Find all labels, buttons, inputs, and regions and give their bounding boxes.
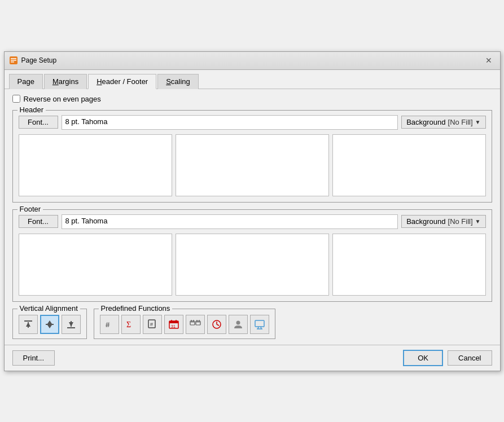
title-bar: Page Setup ✕ xyxy=(5,52,500,70)
svg-rect-18 xyxy=(169,321,178,323)
predef-buttons: # Σ # xyxy=(100,315,269,334)
footer-group-label: Footer xyxy=(17,205,43,213)
svg-rect-1 xyxy=(11,58,16,59)
tab-scaling[interactable]: Scaling xyxy=(157,74,199,89)
header-font-button[interactable]: Font... xyxy=(19,116,58,129)
sheet-number-button[interactable]: # xyxy=(143,315,162,334)
sheet-number-icon: # xyxy=(147,319,158,330)
svg-rect-3 xyxy=(11,61,14,63)
svg-point-33 xyxy=(236,320,240,324)
align-middle-icon xyxy=(44,319,55,330)
svg-rect-23 xyxy=(190,321,195,323)
reverse-checkbox[interactable] xyxy=(12,95,20,103)
align-top-button[interactable] xyxy=(19,315,38,334)
time-icon xyxy=(211,319,222,330)
header-bg-dropdown-icon: ▼ xyxy=(475,119,481,125)
header-left-area[interactable] xyxy=(19,134,172,196)
svg-line-32 xyxy=(217,324,219,326)
svg-rect-25 xyxy=(196,321,200,323)
author-icon xyxy=(233,319,244,330)
svg-rect-34 xyxy=(255,320,264,327)
predefined-functions-group: Predefined Functions # Σ xyxy=(94,309,275,339)
header-background-button[interactable]: Background [No Fill] ▼ xyxy=(401,116,485,129)
page-count-icon: Σ xyxy=(125,319,137,330)
footer-right-area[interactable] xyxy=(332,234,486,296)
dialog-title: Page Setup xyxy=(21,56,482,64)
footer-group: Footer Font... 8 pt. Tahoma Background [… xyxy=(12,209,492,302)
footer-font-display: 8 pt. Tahoma xyxy=(62,214,398,229)
app-icon xyxy=(9,56,18,65)
header-center-area[interactable] xyxy=(176,134,329,196)
svg-marker-8 xyxy=(47,320,52,324)
footer-bg-value: [No Fill] xyxy=(448,217,473,226)
bottom-section: Vertical Alignment xyxy=(12,309,492,339)
header-font-display: 8 pt. Tahoma xyxy=(62,115,398,130)
header-text-areas xyxy=(19,134,486,196)
date-icon: 31 xyxy=(168,319,179,330)
page-number-icon: # xyxy=(104,319,115,330)
predefined-functions-label: Predefined Functions xyxy=(99,304,173,313)
tab-content: Reverse on even pages Header Font... 8 p… xyxy=(5,89,500,345)
header-right-area[interactable] xyxy=(332,134,486,196)
print-button[interactable]: Print... xyxy=(12,350,55,366)
svg-text:Σ: Σ xyxy=(126,320,131,329)
footer-center-area[interactable] xyxy=(176,234,329,296)
date-range-icon xyxy=(190,319,201,330)
reverse-checkbox-row: Reverse on even pages xyxy=(12,95,492,103)
footer-font-button[interactable]: Font... xyxy=(19,215,58,228)
time-button[interactable] xyxy=(207,315,226,334)
header-group: Header Font... 8 pt. Tahoma Background [… xyxy=(12,110,492,203)
date-range-button[interactable] xyxy=(186,315,205,334)
header-bg-value: [No Fill] xyxy=(448,118,473,126)
svg-rect-6 xyxy=(28,322,29,328)
monitor-icon xyxy=(254,319,265,330)
footer-background-button[interactable]: Background [No Fill] ▼ xyxy=(401,215,485,228)
align-top-icon xyxy=(23,319,34,330)
svg-rect-10 xyxy=(67,327,75,328)
align-buttons xyxy=(19,315,81,334)
svg-text:31: 31 xyxy=(171,324,176,328)
svg-rect-2 xyxy=(11,60,16,61)
page-setup-dialog: Page Setup ✕ Page Margins Header / Foote… xyxy=(4,51,501,371)
tab-bar: Page Margins Header / Footer Scaling xyxy=(5,70,500,89)
tab-header-footer[interactable]: Header / Footer xyxy=(88,74,156,89)
page-number-button[interactable]: # xyxy=(100,315,119,334)
vertical-alignment-label: Vertical Alignment xyxy=(17,304,80,313)
svg-rect-7 xyxy=(46,324,54,325)
svg-text:#: # xyxy=(106,320,110,329)
align-bottom-button[interactable] xyxy=(62,315,81,334)
date-button[interactable]: 31 xyxy=(164,315,183,334)
monitor-button[interactable] xyxy=(250,315,269,334)
align-bottom-icon xyxy=(65,319,77,330)
footer-left-area[interactable] xyxy=(19,234,172,296)
author-button[interactable] xyxy=(229,315,248,334)
tab-margins[interactable]: Margins xyxy=(44,74,87,89)
svg-rect-12 xyxy=(71,321,72,327)
ok-button[interactable]: OK xyxy=(403,350,443,366)
header-group-label: Header xyxy=(17,106,46,114)
header-font-row: Font... 8 pt. Tahoma Background [No Fill… xyxy=(19,115,486,130)
align-middle-button[interactable] xyxy=(40,315,59,334)
footer-bg-dropdown-icon: ▼ xyxy=(475,218,481,225)
footer-text-areas xyxy=(19,234,486,296)
close-button[interactable]: ✕ xyxy=(482,54,496,67)
reverse-label: Reverse on even pages xyxy=(24,95,101,103)
svg-marker-9 xyxy=(47,325,52,328)
header-bg-label: Background xyxy=(406,118,445,126)
svg-text:#: # xyxy=(150,322,153,327)
footer-bg-label: Background xyxy=(406,217,445,226)
vertical-alignment-group: Vertical Alignment xyxy=(12,309,87,339)
dialog-footer: Print... OK Cancel xyxy=(5,345,500,371)
tab-page[interactable]: Page xyxy=(9,74,43,89)
cancel-button[interactable]: Cancel xyxy=(448,350,492,366)
footer-font-row: Font... 8 pt. Tahoma Background [No Fill… xyxy=(19,214,486,229)
page-count-button[interactable]: Σ xyxy=(121,315,141,334)
svg-rect-4 xyxy=(24,320,32,322)
